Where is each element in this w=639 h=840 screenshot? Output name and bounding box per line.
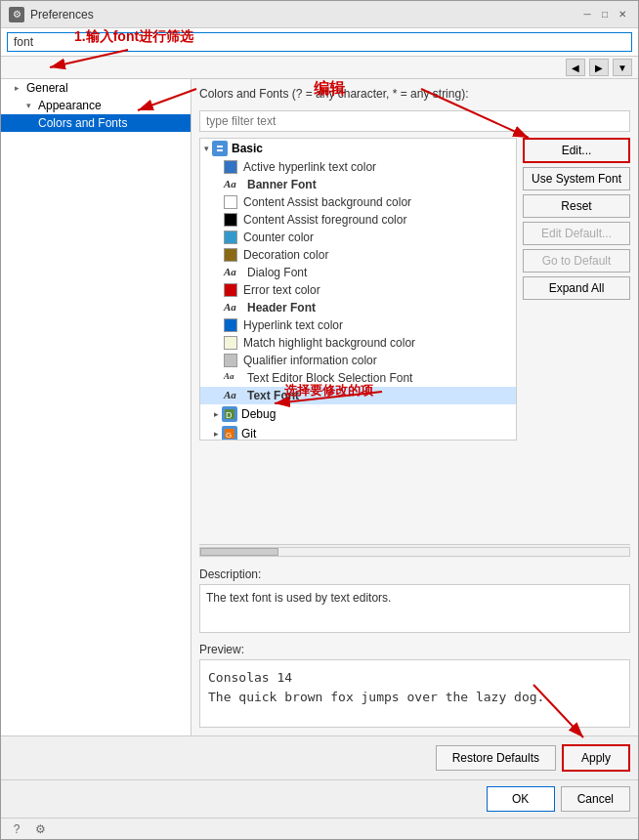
description-text: The text font is used by text editors.: [206, 591, 391, 605]
item-label-content-assist-fg: Content Assist foreground color: [243, 213, 406, 227]
close-button[interactable]: ✕: [615, 7, 630, 22]
ok-button[interactable]: OK: [487, 786, 555, 812]
main-content: ▸ General ▾ Appearance Colors and Fonts …: [1, 79, 638, 735]
section-git-label: Git: [241, 427, 256, 441]
right-panel: Colors and Fonts (? = any character, * =…: [192, 79, 638, 735]
list-item-dialog-font[interactable]: Aa Dialog Font: [200, 264, 516, 281]
status-bar: ? ⚙: [1, 818, 638, 839]
goto-default-button[interactable]: Go to Default: [523, 249, 630, 273]
section-debug-header[interactable]: ▸ D Debug: [200, 404, 516, 424]
font-indicator-text-editor: Aa: [224, 371, 243, 385]
preview-box: Consolas 14 The quick brown fox jumps ov…: [199, 659, 630, 728]
list-item-counter[interactable]: Counter color: [200, 229, 516, 246]
item-label-active-hyperlink: Active hyperlink text color: [243, 160, 376, 174]
color-swatch-error: [224, 283, 237, 297]
list-item-decoration[interactable]: Decoration color: [200, 246, 516, 264]
section-git-header[interactable]: ▸ G Git: [200, 424, 516, 441]
h-scrollbar[interactable]: [199, 544, 630, 558]
settings-icon[interactable]: ⚙: [32, 821, 48, 837]
font-indicator-dialog: Aa: [224, 266, 243, 279]
forward-button[interactable]: ▶: [589, 59, 609, 76]
tree-list: ▾ Basic Active hyperlink text color: [200, 139, 516, 441]
expand-arrow-appearance: ▾: [26, 101, 36, 110]
color-swatch-content-fg: [224, 213, 237, 227]
list-item-header-font[interactable]: Aa Header Font: [200, 299, 516, 316]
svg-rect-0: [215, 144, 225, 153]
back-button[interactable]: ◀: [566, 59, 585, 76]
apply-button[interactable]: Apply: [562, 744, 630, 772]
list-item-error-text[interactable]: Error text color: [200, 281, 516, 299]
sidebar-item-appearance[interactable]: ▾ Appearance: [1, 97, 191, 114]
git-icon: G: [222, 426, 237, 441]
item-label-decoration: Decoration color: [243, 248, 328, 262]
expand-all-button[interactable]: Expand All: [523, 276, 630, 300]
panel-title: Colors and Fonts (? = any character, * =…: [199, 87, 630, 101]
list-item-content-assist-bg[interactable]: Content Assist background color: [200, 193, 516, 211]
h-scroll-thumb[interactable]: [200, 548, 278, 556]
list-item-hyperlink[interactable]: Hyperlink text color: [200, 316, 516, 334]
list-item-match-highlight[interactable]: Match highlight background color: [200, 334, 516, 352]
tree-list-scroll[interactable]: ▾ Basic Active hyperlink text color: [199, 138, 517, 441]
font-indicator-banner: Aa: [224, 178, 243, 191]
item-label-dialog-font: Dialog Font: [247, 266, 307, 279]
list-item-content-assist-fg[interactable]: Content Assist foreground color: [200, 211, 516, 229]
search-bar: [1, 28, 638, 57]
filter-input[interactable]: [199, 110, 630, 132]
color-swatch-decoration: [224, 248, 237, 262]
basic-icon: [212, 141, 228, 156]
item-label-header-font: Header Font: [247, 301, 316, 315]
preview-line2: The quick brown fox jumps over the lazy …: [208, 688, 621, 707]
color-swatch-active-hyperlink: [224, 160, 237, 174]
bottom-bar: Restore Defaults Apply: [1, 735, 638, 779]
sidebar-item-general[interactable]: ▸ General: [1, 79, 191, 97]
use-system-font-button[interactable]: Use System Font: [523, 167, 630, 190]
edit-button[interactable]: Edit...: [523, 138, 630, 163]
preview-label: Preview:: [199, 643, 630, 656]
sidebar-label-appearance: Appearance: [38, 99, 102, 112]
preview-line1: Consolas 14: [208, 668, 621, 688]
window-icon: ⚙: [9, 7, 24, 22]
item-label-error-text: Error text color: [243, 283, 320, 297]
list-item-active-hyperlink[interactable]: Active hyperlink text color: [200, 158, 516, 176]
section-debug-label: Debug: [241, 407, 276, 421]
list-item-text-editor-block[interactable]: Aa Text Editor Block Selection Font: [200, 369, 516, 387]
help-icon[interactable]: ?: [9, 821, 24, 837]
description-label: Description:: [199, 567, 630, 581]
title-bar-controls: ─ □ ✕: [579, 7, 630, 22]
search-input[interactable]: [7, 32, 632, 52]
dropdown-button[interactable]: ▼: [613, 59, 632, 76]
description-box: The text font is used by text editors.: [199, 584, 630, 633]
section-basic-header[interactable]: ▾ Basic: [200, 139, 516, 158]
list-item-qualifier[interactable]: Qualifier information color: [200, 352, 516, 369]
item-label-text-font: Text Font: [247, 389, 299, 402]
section-basic-label: Basic: [232, 142, 263, 155]
description-section: Description: The text font is used by te…: [199, 567, 630, 633]
item-label-content-assist-bg: Content Assist background color: [243, 195, 411, 209]
preview-section: Preview: Consolas 14 The quick brown fox…: [199, 643, 630, 728]
svg-text:G: G: [226, 431, 232, 440]
reset-button[interactable]: Reset: [523, 194, 630, 218]
list-item-text-font[interactable]: Aa Text Font: [200, 387, 516, 404]
item-label-counter: Counter color: [243, 231, 314, 244]
item-label-banner-font: Banner Font: [247, 178, 317, 191]
window-title: Preferences: [30, 8, 579, 21]
restore-defaults-button[interactable]: Restore Defaults: [436, 745, 556, 771]
item-label-match-highlight: Match highlight background color: [243, 336, 415, 350]
h-scroll-track[interactable]: [199, 547, 630, 557]
expand-arrow-general: ▸: [15, 83, 24, 93]
sidebar-item-colors-fonts[interactable]: Colors and Fonts: [1, 114, 191, 132]
item-label-hyperlink: Hyperlink text color: [243, 318, 343, 332]
debug-icon: D: [222, 406, 237, 422]
list-item-banner-font[interactable]: Aa Banner Font: [200, 176, 516, 193]
item-label-qualifier: Qualifier information color: [243, 354, 377, 367]
color-swatch-match: [224, 336, 237, 350]
sidebar-label-colors-fonts: Colors and Fonts: [38, 116, 127, 130]
preferences-window: ⚙ Preferences ─ □ ✕ ◀ ▶ ▼ ▸ General ▾ Ap…: [0, 0, 639, 840]
nav-bar: ◀ ▶ ▼: [1, 57, 638, 79]
content-with-buttons: ▾ Basic Active hyperlink text color: [199, 138, 630, 538]
minimize-button[interactable]: ─: [579, 7, 595, 22]
cancel-button[interactable]: Cancel: [561, 786, 630, 812]
maximize-button[interactable]: □: [597, 7, 613, 22]
title-bar: ⚙ Preferences ─ □ ✕: [1, 1, 638, 28]
edit-default-button[interactable]: Edit Default...: [523, 222, 630, 245]
